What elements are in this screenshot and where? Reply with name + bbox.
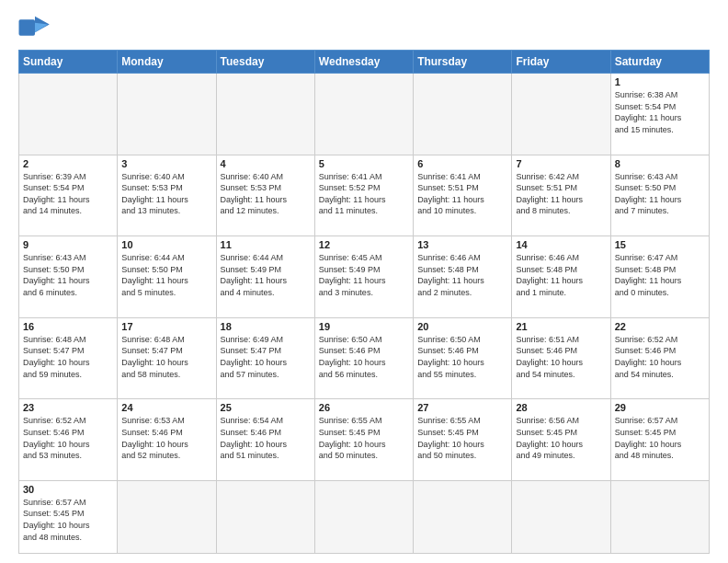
weekday-header-sunday: Sunday <box>19 51 118 74</box>
day-info: Sunrise: 6:56 AM Sunset: 5:45 PM Dayligh… <box>516 415 606 461</box>
day-number: 26 <box>319 402 409 413</box>
calendar-cell: 3Sunrise: 6:40 AM Sunset: 5:53 PM Daylig… <box>118 155 216 236</box>
day-info: Sunrise: 6:41 AM Sunset: 5:52 PM Dayligh… <box>319 171 409 217</box>
calendar-cell <box>314 480 413 553</box>
day-info: Sunrise: 6:52 AM Sunset: 5:46 PM Dayligh… <box>615 334 705 380</box>
calendar-cell <box>414 74 512 155</box>
calendar-row-2: 2Sunrise: 6:39 AM Sunset: 5:54 PM Daylig… <box>19 155 710 236</box>
day-info: Sunrise: 6:53 AM Sunset: 5:46 PM Dayligh… <box>121 415 211 461</box>
day-info: Sunrise: 6:52 AM Sunset: 5:46 PM Dayligh… <box>23 415 113 461</box>
day-number: 4 <box>221 158 311 169</box>
day-number: 11 <box>221 239 311 250</box>
calendar-cell <box>610 480 709 553</box>
calendar-cell <box>216 74 314 155</box>
day-info: Sunrise: 6:48 AM Sunset: 5:47 PM Dayligh… <box>23 334 113 380</box>
day-number: 22 <box>615 321 705 332</box>
weekday-header-monday: Monday <box>118 51 216 74</box>
day-info: Sunrise: 6:41 AM Sunset: 5:51 PM Dayligh… <box>417 171 507 217</box>
calendar-cell <box>414 480 512 553</box>
day-info: Sunrise: 6:55 AM Sunset: 5:45 PM Dayligh… <box>319 415 409 461</box>
calendar-table: SundayMondayTuesdayWednesdayThursdayFrid… <box>18 50 710 554</box>
calendar-cell: 20Sunrise: 6:50 AM Sunset: 5:46 PM Dayli… <box>414 317 512 399</box>
calendar-cell: 18Sunrise: 6:49 AM Sunset: 5:47 PM Dayli… <box>216 317 314 399</box>
calendar-cell: 28Sunrise: 6:56 AM Sunset: 5:45 PM Dayli… <box>512 399 610 481</box>
day-number: 19 <box>319 321 409 332</box>
calendar-row-3: 9Sunrise: 6:43 AM Sunset: 5:50 PM Daylig… <box>19 236 710 318</box>
calendar-cell: 9Sunrise: 6:43 AM Sunset: 5:50 PM Daylig… <box>19 236 118 318</box>
weekday-header-tuesday: Tuesday <box>216 51 314 74</box>
weekday-header-wednesday: Wednesday <box>314 51 413 74</box>
calendar-cell: 21Sunrise: 6:51 AM Sunset: 5:46 PM Dayli… <box>512 317 610 399</box>
day-info: Sunrise: 6:57 AM Sunset: 5:45 PM Dayligh… <box>615 415 705 461</box>
calendar-cell: 17Sunrise: 6:48 AM Sunset: 5:47 PM Dayli… <box>118 317 216 399</box>
day-number: 7 <box>516 158 606 169</box>
weekday-header-friday: Friday <box>512 51 610 74</box>
calendar-cell: 2Sunrise: 6:39 AM Sunset: 5:54 PM Daylig… <box>19 155 118 236</box>
calendar-cell: 26Sunrise: 6:55 AM Sunset: 5:45 PM Dayli… <box>314 399 413 481</box>
day-number: 27 <box>417 402 507 413</box>
calendar-cell: 22Sunrise: 6:52 AM Sunset: 5:46 PM Dayli… <box>610 317 709 399</box>
day-number: 17 <box>121 321 211 332</box>
calendar-cell: 11Sunrise: 6:44 AM Sunset: 5:49 PM Dayli… <box>216 236 314 318</box>
day-info: Sunrise: 6:49 AM Sunset: 5:47 PM Dayligh… <box>221 334 311 380</box>
page: SundayMondayTuesdayWednesdayThursdayFrid… <box>0 0 728 563</box>
calendar-cell: 4Sunrise: 6:40 AM Sunset: 5:53 PM Daylig… <box>216 155 314 236</box>
day-number: 20 <box>417 321 507 332</box>
calendar-cell: 15Sunrise: 6:47 AM Sunset: 5:48 PM Dayli… <box>610 236 709 318</box>
svg-rect-0 <box>19 19 36 36</box>
day-number: 18 <box>221 321 311 332</box>
day-number: 29 <box>615 402 705 413</box>
calendar-cell: 10Sunrise: 6:44 AM Sunset: 5:50 PM Dayli… <box>118 236 216 318</box>
day-info: Sunrise: 6:42 AM Sunset: 5:51 PM Dayligh… <box>516 171 606 217</box>
day-number: 28 <box>516 402 606 413</box>
calendar-cell: 8Sunrise: 6:43 AM Sunset: 5:50 PM Daylig… <box>610 155 709 236</box>
day-info: Sunrise: 6:44 AM Sunset: 5:49 PM Dayligh… <box>221 252 311 298</box>
calendar-row-5: 23Sunrise: 6:52 AM Sunset: 5:46 PM Dayli… <box>19 399 710 481</box>
day-number: 24 <box>121 402 211 413</box>
day-info: Sunrise: 6:47 AM Sunset: 5:48 PM Dayligh… <box>615 252 705 298</box>
day-number: 1 <box>615 76 705 87</box>
day-number: 23 <box>23 402 113 413</box>
day-number: 6 <box>417 158 507 169</box>
calendar-cell: 30Sunrise: 6:57 AM Sunset: 5:45 PM Dayli… <box>19 480 118 553</box>
weekday-header-row: SundayMondayTuesdayWednesdayThursdayFrid… <box>19 51 710 74</box>
day-number: 8 <box>615 158 705 169</box>
calendar-cell: 14Sunrise: 6:46 AM Sunset: 5:48 PM Dayli… <box>512 236 610 318</box>
day-info: Sunrise: 6:40 AM Sunset: 5:53 PM Dayligh… <box>121 171 211 217</box>
calendar-cell: 24Sunrise: 6:53 AM Sunset: 5:46 PM Dayli… <box>118 399 216 481</box>
day-info: Sunrise: 6:38 AM Sunset: 5:54 PM Dayligh… <box>615 89 705 135</box>
weekday-header-thursday: Thursday <box>414 51 512 74</box>
day-number: 15 <box>615 239 705 250</box>
calendar-cell <box>512 480 610 553</box>
calendar-row-6: 30Sunrise: 6:57 AM Sunset: 5:45 PM Dayli… <box>19 480 710 553</box>
day-number: 16 <box>23 321 113 332</box>
weekday-header-saturday: Saturday <box>610 51 709 74</box>
day-number: 13 <box>417 239 507 250</box>
logo-icon <box>18 15 51 40</box>
calendar-cell: 12Sunrise: 6:45 AM Sunset: 5:49 PM Dayli… <box>314 236 413 318</box>
calendar-cell: 29Sunrise: 6:57 AM Sunset: 5:45 PM Dayli… <box>610 399 709 481</box>
day-info: Sunrise: 6:46 AM Sunset: 5:48 PM Dayligh… <box>516 252 606 298</box>
calendar-cell <box>118 74 216 155</box>
calendar-cell: 13Sunrise: 6:46 AM Sunset: 5:48 PM Dayli… <box>414 236 512 318</box>
calendar-cell: 23Sunrise: 6:52 AM Sunset: 5:46 PM Dayli… <box>19 399 118 481</box>
calendar-cell: 16Sunrise: 6:48 AM Sunset: 5:47 PM Dayli… <box>19 317 118 399</box>
day-info: Sunrise: 6:54 AM Sunset: 5:46 PM Dayligh… <box>221 415 311 461</box>
header <box>18 15 710 40</box>
svg-marker-2 <box>35 23 48 33</box>
day-info: Sunrise: 6:57 AM Sunset: 5:45 PM Dayligh… <box>23 497 113 543</box>
day-number: 30 <box>23 484 113 495</box>
calendar-cell <box>216 480 314 553</box>
calendar-cell: 5Sunrise: 6:41 AM Sunset: 5:52 PM Daylig… <box>314 155 413 236</box>
calendar-row-1: 1Sunrise: 6:38 AM Sunset: 5:54 PM Daylig… <box>19 74 710 155</box>
calendar-cell <box>19 74 118 155</box>
day-info: Sunrise: 6:43 AM Sunset: 5:50 PM Dayligh… <box>23 252 113 298</box>
day-number: 21 <box>516 321 606 332</box>
day-info: Sunrise: 6:39 AM Sunset: 5:54 PM Dayligh… <box>23 171 113 217</box>
day-info: Sunrise: 6:44 AM Sunset: 5:50 PM Dayligh… <box>121 252 211 298</box>
day-number: 12 <box>319 239 409 250</box>
day-info: Sunrise: 6:51 AM Sunset: 5:46 PM Dayligh… <box>516 334 606 380</box>
day-info: Sunrise: 6:43 AM Sunset: 5:50 PM Dayligh… <box>615 171 705 217</box>
day-number: 14 <box>516 239 606 250</box>
day-info: Sunrise: 6:50 AM Sunset: 5:46 PM Dayligh… <box>319 334 409 380</box>
